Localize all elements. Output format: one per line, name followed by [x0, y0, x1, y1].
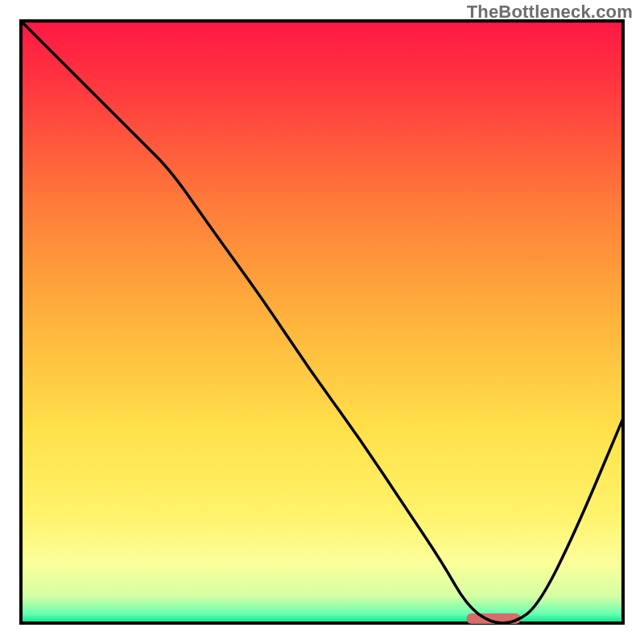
chart-frame: TheBottleneck.com	[0, 0, 644, 644]
bottleneck-chart	[0, 0, 644, 644]
watermark-text: TheBottleneck.com	[467, 2, 633, 23]
